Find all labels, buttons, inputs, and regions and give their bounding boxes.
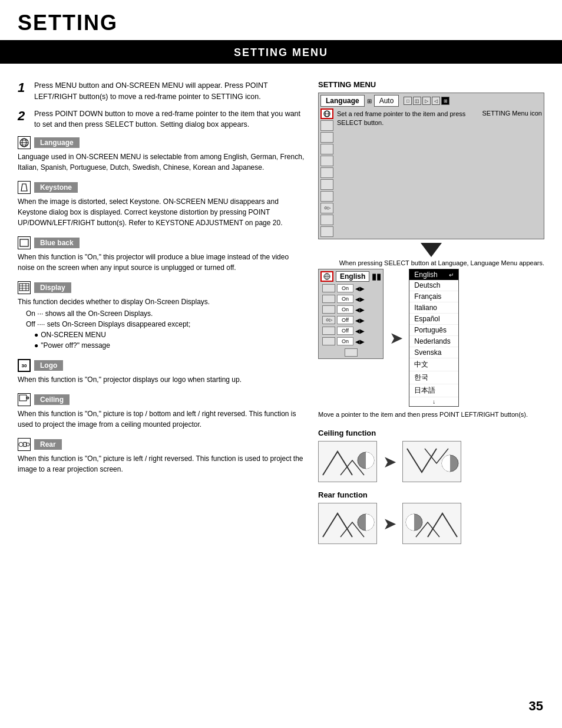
ceiling-diagrams: ➤: [318, 441, 544, 482]
horizontal-arrow: ➤: [389, 328, 403, 348]
lang-menu-francais: Français: [409, 291, 458, 302]
screen-globe-icon: [320, 271, 333, 282]
page-header: SETTING: [0, 0, 562, 42]
screen-panel: English ▮▮ On ◀▶ On ◀▶: [318, 269, 384, 359]
menu-icon-4: ◁: [432, 97, 440, 105]
down-arrow: [421, 243, 442, 257]
display-sub-off: Off ···· sets On-Screen Displays disappe…: [26, 319, 306, 330]
ceiling-icon: [18, 393, 31, 406]
side-icon-10: [320, 215, 333, 225]
lang-menu-chinese: 中文: [409, 358, 458, 371]
menu-separator-icon: ⊞: [367, 98, 372, 104]
feature-ceiling-label-row: Ceiling: [18, 393, 306, 406]
side-icon-9: ⊙▷: [320, 203, 333, 213]
english-tab: English: [336, 271, 369, 282]
menu-icon-3: ▷: [422, 97, 431, 105]
display-bullet-1: ● ON-SCREEN MENU: [34, 330, 306, 340]
lang-menu-nederlands: Nederlands: [409, 336, 458, 347]
section-title: SETTING MENU: [0, 42, 562, 64]
row-5-label: Off: [337, 327, 353, 335]
row-4-label: Off: [337, 316, 353, 324]
menu-icon-1: □: [404, 97, 412, 105]
annotation-1: When pressing SELECT button at Language,…: [318, 259, 544, 266]
side-icon-5: [320, 156, 333, 166]
svg-rect-12: [19, 395, 27, 401]
display-bullet-2: ● "Power off?" message: [34, 340, 306, 351]
row-6-label: On: [337, 337, 353, 345]
row-2-arrow: ◀▶: [355, 296, 365, 302]
side-icon-11: [320, 226, 333, 237]
blue-back-desc: When this function is "On," this project…: [18, 252, 306, 273]
rear-label: Rear function: [318, 490, 544, 499]
lang-menu-portugues: Português: [409, 325, 458, 336]
right-panel-title: SETTING MENU: [318, 80, 544, 89]
svg-point-15: [19, 442, 23, 446]
display-icon: [18, 281, 31, 294]
right-column: SETTING MENU Language ⊞ Auto □ ◫ ▷ ◁ ⊞: [318, 72, 544, 552]
screen-row-2-icon: [322, 295, 335, 303]
feature-ceiling: Ceiling When this function is "On," pict…: [18, 393, 306, 430]
feature-display: Display This function decides whether to…: [18, 281, 306, 351]
screen-row-1: On ◀▶: [320, 284, 381, 293]
side-icon-selected: [320, 108, 333, 119]
annotation-2: Move a pointer to the item and then pres…: [318, 410, 544, 419]
display-desc: This function decides whether to display…: [18, 297, 306, 307]
lang-menu-deutsch: Deutsch: [409, 280, 458, 291]
svg-point-17: [27, 443, 29, 446]
keystone-desc: When the image is distorted, select Keys…: [18, 196, 306, 228]
language-icon: [18, 136, 31, 149]
svg-rect-6: [20, 239, 28, 246]
display-sub-on: On ··· shows all the On-Screen Displays.: [26, 308, 306, 319]
right-arrow-thick: ▮▮: [372, 272, 381, 281]
step-1: 1 Press MENU button and ON-SCREEN MENU w…: [18, 80, 306, 103]
menu-lang-tab: Language: [320, 95, 365, 107]
step-2-text: Press POINT DOWN button to move a red-fr…: [34, 108, 306, 131]
menu-icon-5: ⊞: [441, 97, 449, 105]
screen-row-6-icon: [322, 337, 335, 345]
keystone-badge: Keystone: [34, 182, 78, 193]
feature-language: Language Language used in ON-SCREEN MENU…: [18, 136, 306, 173]
feature-rear: Rear When this function is "On," picture…: [18, 438, 306, 475]
menu-auto-tab: Auto: [374, 95, 399, 107]
blue-back-icon: [18, 236, 31, 249]
screen-row-6: On ◀▶: [320, 337, 381, 346]
feature-logo: 30 Logo When this function is "On," proj…: [18, 359, 306, 385]
rear-arrow: ➤: [383, 514, 396, 533]
ceiling-badge: Ceiling: [34, 394, 70, 405]
feature-keystone-label-row: Keystone: [18, 181, 306, 194]
screen-row-4: ⊙▷ Off ◀▶: [320, 315, 381, 325]
main-content: 1 Press MENU button and ON-SCREEN MENU w…: [0, 72, 562, 552]
row-2-label: On: [337, 295, 353, 303]
step-2: 2 Press POINT DOWN button to move a red-…: [18, 108, 306, 131]
screen-bottom-icon: [345, 348, 358, 357]
row-3-label: On: [337, 305, 353, 314]
rear-after-diagram: [402, 503, 461, 544]
lang-menu-italiano: Italiano: [409, 302, 458, 314]
display-badge: Display: [34, 282, 71, 293]
ceiling-after-diagram: [402, 441, 461, 482]
lang-menu-svenska: Svenska: [409, 347, 458, 358]
language-menu: English ↵ Deutsch Français Italiano Espa…: [409, 269, 459, 407]
logo-badge: Logo: [34, 360, 63, 371]
lang-menu-english-selected: English ↵: [409, 269, 458, 280]
ceiling-section: Ceiling function ➤: [318, 429, 544, 544]
logo-icon: 30: [18, 359, 31, 372]
side-icon-8: [320, 191, 333, 202]
screen-row-2: On ◀▶: [320, 294, 381, 304]
screen-row-5-icon: [322, 327, 335, 335]
page-title: SETTING: [18, 11, 544, 35]
step-2-number: 2: [18, 108, 29, 124]
callout-text: Set a red frame pointer to the item and …: [337, 110, 479, 128]
row-3-arrow: ◀▶: [355, 307, 365, 313]
rear-before-diagram: [318, 503, 377, 544]
down-arrow-block: [318, 243, 544, 257]
language-badge: Language: [34, 137, 80, 148]
row-4-arrow: ◀▶: [355, 317, 365, 324]
screen-row-5: Off ◀▶: [320, 326, 381, 335]
screen-row-1-icon: [322, 284, 335, 292]
side-icon-6: [320, 167, 333, 178]
setting-menu-icon-label: SETTING Menu icon: [482, 108, 542, 117]
row-5-arrow: ◀▶: [355, 328, 365, 334]
callout-block: Set a red frame pointer to the item and …: [337, 108, 479, 128]
feature-display-label-row: Display: [18, 281, 306, 294]
